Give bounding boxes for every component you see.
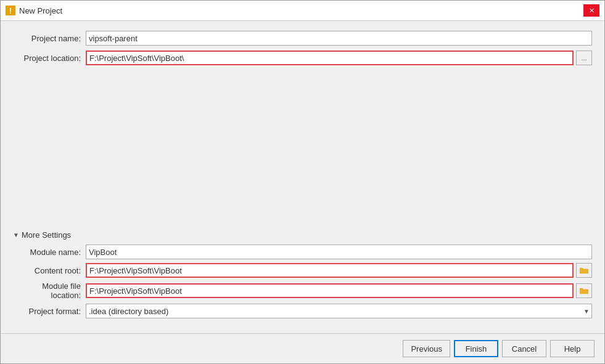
project-name-input[interactable]: [86, 31, 592, 46]
module-name-input-wrap: [86, 245, 592, 259]
project-location-row: Project location: ...: [13, 51, 592, 65]
content-spacer: [13, 70, 592, 225]
project-name-label: Project name:: [13, 34, 81, 43]
more-settings-content: Module name: Content root:: [13, 245, 592, 318]
finish-button[interactable]: Finish: [454, 340, 498, 357]
idea-logo-icon: !: [6, 6, 15, 15]
content-root-input-wrap: [86, 263, 592, 278]
project-format-input-wrap: .idea (directory based) ▼: [86, 304, 592, 318]
title-bar: ! New Project ✕: [1, 1, 604, 21]
folder-icon: [580, 287, 588, 294]
project-location-input[interactable]: [86, 51, 574, 65]
more-settings-triangle-icon: ▼: [13, 232, 19, 238]
dialog-footer: Previous Finish Cancel Help: [1, 333, 604, 363]
more-settings-section: ▼ More Settings Module name: Content roo…: [13, 230, 592, 318]
module-file-location-input[interactable]: [86, 283, 574, 298]
cancel-button[interactable]: Cancel: [502, 340, 546, 357]
module-file-location-input-wrap: [86, 283, 592, 298]
project-format-label: Project format:: [13, 307, 81, 316]
content-root-browse-button[interactable]: [576, 263, 592, 278]
project-name-input-wrap: [86, 31, 592, 46]
dialog-content: Project name: Project location: ... ▼ Mo…: [1, 21, 604, 333]
content-root-input[interactable]: [86, 263, 574, 278]
help-button[interactable]: Help: [550, 340, 595, 357]
new-project-dialog: ! New Project ✕ Project name: Project lo…: [0, 0, 605, 364]
previous-button[interactable]: Previous: [403, 340, 450, 357]
project-location-input-wrap: ...: [86, 51, 592, 65]
more-settings-header[interactable]: ▼ More Settings: [13, 230, 592, 240]
project-format-select-wrap: .idea (directory based) ▼: [86, 304, 592, 318]
module-file-location-row: Module file location:: [13, 281, 592, 300]
more-settings-label: More Settings: [22, 230, 71, 240]
module-name-label: Module name:: [13, 248, 81, 257]
dialog-title: New Project: [19, 6, 62, 15]
content-root-label: Content root:: [13, 266, 81, 275]
module-file-location-label: Module file location:: [13, 281, 81, 300]
module-name-input[interactable]: [86, 245, 592, 259]
title-bar-left: ! New Project: [6, 6, 62, 15]
project-format-select[interactable]: .idea (directory based): [86, 304, 592, 318]
project-format-row: Project format: .idea (directory based) …: [13, 304, 592, 318]
folder-icon: [580, 267, 588, 274]
content-root-row: Content root:: [13, 263, 592, 278]
module-file-location-browse-button[interactable]: [576, 283, 592, 298]
project-name-row: Project name:: [13, 31, 592, 46]
project-location-browse-button[interactable]: ...: [576, 51, 592, 65]
project-location-label: Project location:: [13, 54, 81, 63]
module-name-row: Module name:: [13, 245, 592, 259]
close-button[interactable]: ✕: [583, 4, 599, 17]
